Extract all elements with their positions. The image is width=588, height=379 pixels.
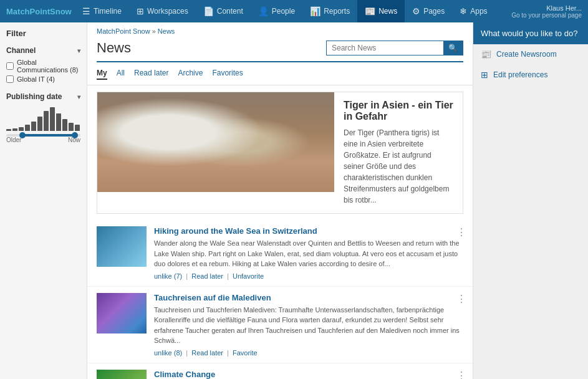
- nav-item-apps[interactable]: ❄Apps: [452, 0, 494, 22]
- page-title: News: [97, 40, 131, 56]
- featured-title[interactable]: Tiger in Asien - ein Tier in Gefahr: [344, 100, 453, 122]
- search-input[interactable]: [327, 41, 443, 55]
- article-action-unfavorite[interactable]: Unfavorite: [233, 272, 264, 280]
- article-thumbnail: [97, 226, 147, 267]
- publishing-date-filter: Publishing date ▾ Older Now: [6, 90, 80, 143]
- chart-bar: [25, 125, 30, 131]
- action-separator: |: [225, 349, 231, 357]
- article-thumbnail: [97, 293, 147, 333]
- apps-icon: ❄: [460, 6, 467, 16]
- chart-bar: [62, 119, 67, 131]
- news-icon: 📰: [365, 6, 375, 16]
- right-panel-actions: 📰Create Newsroom⊞Edit preferences: [473, 44, 588, 85]
- logo[interactable]: MatchPointSnow: [0, 0, 75, 22]
- article-action-favorite[interactable]: Favorite: [233, 349, 258, 357]
- chart-bar: [56, 113, 61, 131]
- chevron-down-icon-2: ▾: [77, 94, 80, 100]
- chart-bar: [50, 107, 55, 131]
- channel-checkbox[interactable]: [6, 75, 14, 83]
- nav-item-workspaces[interactable]: ⊞Workspaces: [129, 0, 196, 22]
- nav-label-people: People: [272, 7, 295, 16]
- breadcrumb-root[interactable]: MatchPoint Snow: [97, 27, 150, 35]
- featured-article: Tiger in Asien - ein Tier in Gefahr Der …: [97, 92, 463, 214]
- article-actions: unlike (7) | Read later | Unfavorite: [154, 272, 463, 280]
- tab-favorites[interactable]: Favorites: [212, 67, 243, 80]
- top-nav: MatchPointSnow ☰Timeline⊞Workspaces📄Cont…: [0, 0, 588, 22]
- publishing-date-label[interactable]: Publishing date ▾: [6, 90, 80, 103]
- nav-items: ☰Timeline⊞Workspaces📄Content👤People📊Repo…: [75, 0, 505, 22]
- slider-thumb-right[interactable]: [72, 132, 78, 138]
- main-layout: Filter Channel ▾ Global Communications (…: [0, 22, 588, 379]
- chart-labels: Older Now: [6, 137, 80, 143]
- nav-item-news[interactable]: 📰News: [357, 0, 405, 22]
- article-body: Tauchreisen auf die Malediven Tauchreise…: [154, 293, 463, 357]
- channel-item: Global IT (4): [6, 75, 80, 83]
- channel-filter-label[interactable]: Channel ▾: [6, 44, 80, 57]
- nav-label-reports: Reports: [324, 7, 350, 16]
- user-sub: Go to your personal page: [511, 12, 582, 19]
- list-item: Hiking around the Wale Sea in Switzerlan…: [87, 220, 473, 287]
- articles-list: Hiking around the Wale Sea in Switzerlan…: [87, 220, 473, 379]
- chart-bar: [12, 128, 17, 131]
- featured-image: [97, 92, 334, 192]
- content-icon: 📄: [203, 6, 214, 16]
- workspaces-icon: ⊞: [137, 6, 144, 16]
- channel-label: Global IT (4): [17, 75, 55, 83]
- article-body: Climate Change Lorem ipsum dolor sit ame…: [154, 370, 463, 380]
- user-info[interactable]: Klaus Her... Go to your personal page: [505, 4, 588, 19]
- article-actions: unlike (8) | Read later | Favorite: [154, 349, 463, 357]
- more-options-icon[interactable]: ⋮: [456, 371, 466, 380]
- breadcrumb-current[interactable]: News: [158, 27, 175, 35]
- nav-label-news: News: [378, 7, 397, 16]
- nav-label-timeline: Timeline: [94, 7, 122, 16]
- more-options-icon[interactable]: ⋮: [456, 228, 466, 237]
- tab-all[interactable]: All: [117, 67, 125, 80]
- article-title[interactable]: Hiking around the Wale Sea in Switzerlan…: [154, 226, 463, 236]
- article-action-unlike[interactable]: unlike (7): [154, 272, 182, 280]
- nav-item-content[interactable]: 📄Content: [196, 0, 251, 22]
- article-action-readlater[interactable]: Read later: [191, 349, 223, 357]
- nav-item-people[interactable]: 👤People: [251, 0, 302, 22]
- right-panel: What would you like to do? 📰Create Newsr…: [473, 22, 588, 379]
- tab-archive[interactable]: Archive: [178, 67, 203, 80]
- nav-label-apps: Apps: [470, 7, 487, 16]
- search-button[interactable]: 🔍: [443, 41, 463, 55]
- more-options-icon[interactable]: ⋮: [456, 294, 466, 304]
- slider-fill: [21, 134, 73, 137]
- featured-text: Der Tiger (Panthera tigris) ist eine in …: [344, 127, 453, 206]
- chevron-down-icon: ▾: [77, 47, 80, 54]
- chart-bar: [69, 123, 74, 131]
- tab-my[interactable]: My: [97, 67, 107, 80]
- breadcrumb: MatchPoint Snow » News: [87, 22, 473, 37]
- chart-bar: [75, 125, 80, 131]
- filter-title: Filter: [6, 29, 80, 38]
- people-icon: 👤: [258, 6, 269, 16]
- chart-bar: [19, 127, 24, 131]
- create-newsroom-icon: 📰: [481, 49, 491, 59]
- nav-label-workspaces: Workspaces: [147, 7, 188, 16]
- chart-bar: [37, 117, 42, 131]
- malediven-thumbnail-image: [97, 293, 147, 333]
- nav-item-timeline[interactable]: ☰Timeline: [75, 0, 129, 22]
- article-action-readlater[interactable]: Read later: [191, 272, 223, 280]
- channel-label: Global Communications (8): [17, 59, 80, 74]
- channel-filter: Channel ▾ Global Communications (8)Globa…: [6, 44, 80, 83]
- article-action-unlike[interactable]: unlike (8): [154, 349, 182, 357]
- nav-label-content: Content: [217, 7, 243, 16]
- nav-item-pages[interactable]: ⚙Pages: [405, 0, 452, 22]
- article-text: Wander along the Wale Sea near Walenstad…: [154, 238, 463, 269]
- search-box: 🔍: [326, 41, 463, 55]
- nav-item-reports[interactable]: 📊Reports: [302, 0, 357, 22]
- page-header: News 🔍: [87, 37, 473, 61]
- tab-read-later[interactable]: Read later: [134, 67, 168, 80]
- right-panel-action-create-newsroom[interactable]: 📰Create Newsroom: [473, 44, 588, 65]
- edit-preferences-icon: ⊞: [481, 70, 488, 80]
- article-title[interactable]: Climate Change: [154, 370, 463, 379]
- article-text: Tauchreisen und Tauchferien Malediven: T…: [154, 305, 463, 346]
- right-panel-action-edit-preferences[interactable]: ⊞Edit preferences: [473, 65, 588, 85]
- chart-bar: [6, 129, 11, 131]
- chart-bar: [44, 111, 49, 131]
- channel-checkbox[interactable]: [6, 62, 14, 70]
- article-title[interactable]: Tauchreisen auf die Malediven: [154, 293, 463, 302]
- tiger-image: [97, 92, 334, 192]
